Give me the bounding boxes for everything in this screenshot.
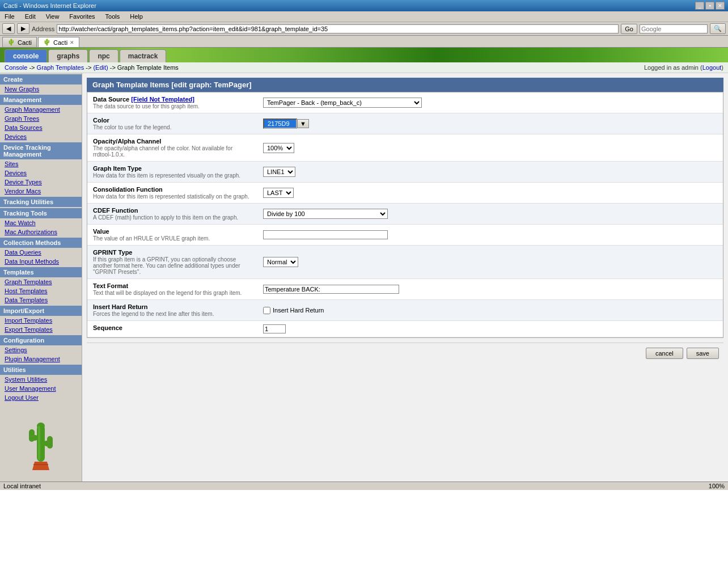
sidebar-item-system-utilities[interactable]: System Utilities [0, 375, 82, 384]
breadcrumb: Console -> Graph Templates -> (Edit) -> … [0, 62, 728, 73]
page-header: Graph Template Items [edit graph: TemPag… [87, 78, 723, 92]
menu-file[interactable]: File [2, 12, 17, 20]
restore-button[interactable]: ▪ [705, 2, 714, 10]
svg-marker-13 [32, 462, 49, 470]
sidebar-item-devices-mgmt[interactable]: Devices [0, 132, 82, 141]
svg-rect-2 [29, 429, 35, 442]
menu-tools[interactable]: Tools [103, 12, 122, 20]
sidebar-item-sites[interactable]: Sites [0, 159, 82, 168]
app-nav: console graphs npc mactrack [0, 48, 728, 62]
status-bar: Local intranet 100% [0, 481, 728, 490]
cdef-select[interactable]: Divide by 100 [263, 209, 388, 219]
login-status: Logged in as admin (Logout) [644, 64, 723, 71]
sidebar-header-tracking-utilities: Tracking Utilities [0, 197, 82, 207]
menu-help[interactable]: Help [128, 12, 145, 20]
sidebar-item-device-types[interactable]: Device Types [0, 178, 82, 187]
tab1-label: Cacti [18, 39, 32, 46]
value-input[interactable] [263, 230, 388, 239]
label-gprint: GPRINT Type If this graph item is a GPRI… [87, 246, 257, 278]
field-not-templated-link[interactable]: [Field Not Templated] [131, 96, 194, 103]
nav-tab-mactrack[interactable]: mactrack [120, 49, 167, 62]
sidebar-item-data-sources[interactable]: Data Sources [0, 123, 82, 132]
search-input[interactable] [640, 24, 708, 33]
input-value [257, 225, 723, 245]
form-row-consolidation: Consolidation Function How data for this… [87, 183, 723, 204]
browser-title-bar: Cacti - Windows Internet Explorer _ ▪ ✕ [0, 0, 728, 11]
hard-return-label: Insert Hard Return [273, 307, 324, 314]
close-button[interactable]: ✕ [716, 2, 725, 10]
form-row-sequence: Sequence [87, 321, 723, 337]
tab2-label: Cacti [53, 39, 67, 46]
menu-edit[interactable]: Edit [23, 12, 38, 20]
sidebar-item-devices[interactable]: Devices [0, 168, 82, 178]
text-format-input[interactable] [263, 285, 399, 294]
browser-title: Cacti - Windows Internet Explorer [3, 2, 96, 9]
form-row-color: Color The color to use for the legend. 2… [87, 113, 723, 134]
input-data-source: TemPager - Back - (temp_back_c) [257, 92, 723, 113]
logout-link[interactable]: Logout [702, 64, 722, 71]
browser-tab-1[interactable]: 🌵 Cacti [2, 37, 37, 47]
color-picker-button[interactable]: ▼ [297, 119, 309, 128]
sidebar-item-plugin-management[interactable]: Plugin Management [0, 354, 82, 364]
sidebar-item-graph-management[interactable]: Graph Management [0, 105, 82, 114]
opacity-select[interactable]: 100% [263, 143, 294, 153]
breadcrumb-console[interactable]: Console [5, 64, 27, 71]
sidebar-header-utilities: Utilities [0, 365, 82, 375]
label-value: Value The value of an HRULE or VRULE gra… [87, 225, 257, 245]
sidebar-item-graph-templates[interactable]: Graph Templates [0, 277, 82, 286]
graph-item-type-select[interactable]: LINE1 [263, 167, 295, 177]
color-value[interactable]: 2175D9 [263, 119, 297, 129]
forward-button[interactable]: ▶ [17, 23, 29, 34]
back-button[interactable]: ◀ [2, 23, 15, 34]
sidebar-item-new-graphs[interactable]: New Graphs [0, 85, 82, 94]
cancel-button[interactable]: cancel [646, 348, 683, 359]
tab2-close[interactable]: ✕ [70, 40, 74, 45]
sidebar: Create New Graphs Management Graph Manag… [0, 73, 82, 481]
sidebar-item-host-templates[interactable]: Host Templates [0, 286, 82, 295]
sidebar-item-vendor-macs[interactable]: Vendor Macs [0, 187, 82, 196]
sidebar-item-data-templates[interactable]: Data Templates [0, 295, 82, 305]
form-container: Data Source [Field Not Templated] The da… [87, 92, 723, 338]
sidebar-item-data-queries[interactable]: Data Queries [0, 248, 82, 257]
sidebar-item-export-templates[interactable]: Export Templates [0, 325, 82, 334]
save-button[interactable]: save [687, 348, 719, 359]
content-area: Graph Template Items [edit graph: TemPag… [82, 73, 728, 481]
data-source-select[interactable]: TemPager - Back - (temp_back_c) [263, 98, 422, 108]
tab2-icon: 🌵 [43, 39, 51, 46]
nav-tab-console[interactable]: console [5, 49, 47, 62]
label-cdef: CDEF Function A CDEF (math) function to … [87, 204, 257, 224]
input-gprint: Normal [257, 246, 723, 278]
nav-tab-npc[interactable]: npc [89, 49, 118, 62]
label-opacity: Opacity/Alpha Channel The opacity/alpha … [87, 134, 257, 161]
label-color: Color The color to use for the legend. [87, 113, 257, 134]
breadcrumb-graph-templates[interactable]: Graph Templates [37, 64, 84, 71]
sidebar-item-logout-user[interactable]: Logout User [0, 393, 82, 402]
browser-tab-2[interactable]: 🌵 Cacti ✕ [38, 37, 79, 47]
nav-tab-graphs[interactable]: graphs [48, 49, 88, 62]
form-row-data-source: Data Source [Field Not Templated] The da… [87, 92, 723, 113]
page-edit-detail: [edit graph: TemPager] [171, 81, 251, 89]
go-button[interactable]: Go [621, 24, 637, 34]
sidebar-item-import-templates[interactable]: Import Templates [0, 316, 82, 325]
menu-view[interactable]: View [44, 12, 62, 20]
sequence-input[interactable] [263, 324, 286, 333]
sidebar-item-settings[interactable]: Settings [0, 345, 82, 354]
form-row-opacity: Opacity/Alpha Channel The opacity/alpha … [87, 134, 723, 162]
input-consolidation: LAST [257, 183, 723, 203]
minimize-button[interactable]: _ [695, 2, 704, 10]
sidebar-item-mac-watch[interactable]: Mac Watch [0, 218, 82, 227]
breadcrumb-edit[interactable]: (Edit) [93, 64, 108, 71]
sidebar-item-data-input-methods[interactable]: Data Input Methods [0, 257, 82, 266]
gprint-select[interactable]: Normal [263, 257, 298, 267]
tab-bar: 🌵 Cacti 🌵 Cacti ✕ [0, 36, 728, 48]
sidebar-item-user-management[interactable]: User Management [0, 384, 82, 393]
input-cdef: Divide by 100 [257, 204, 723, 224]
hard-return-checkbox[interactable] [263, 307, 270, 314]
address-input[interactable] [57, 24, 619, 33]
sidebar-item-graph-trees[interactable]: Graph Trees [0, 114, 82, 123]
sidebar-item-mac-auth[interactable]: Mac Authorizations [0, 227, 82, 236]
search-button[interactable]: 🔍 [710, 23, 726, 34]
consolidation-select[interactable]: LAST [263, 188, 294, 198]
menu-favorites[interactable]: Favorites [67, 12, 97, 20]
input-opacity: 100% [257, 134, 723, 161]
